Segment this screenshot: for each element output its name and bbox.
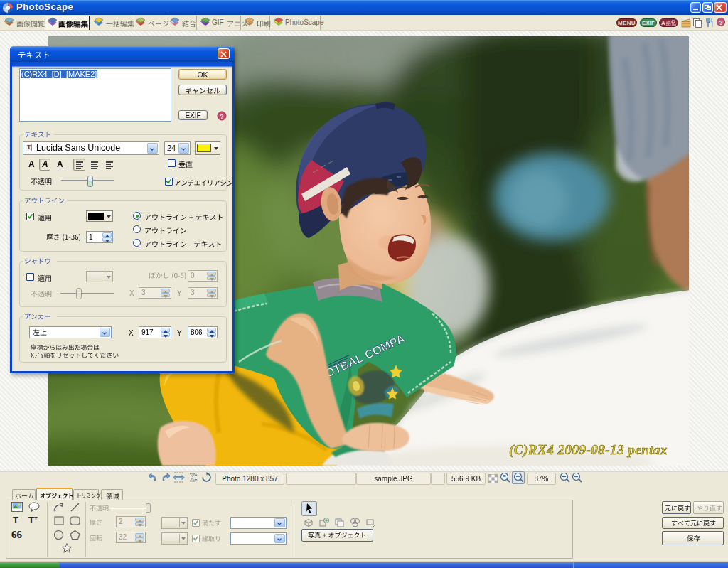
svg-text:(C)RX4 2009-08-13 pentax: (C)RX4 2009-08-13 pentax xyxy=(509,442,668,458)
svg-text:?: ? xyxy=(220,113,224,120)
